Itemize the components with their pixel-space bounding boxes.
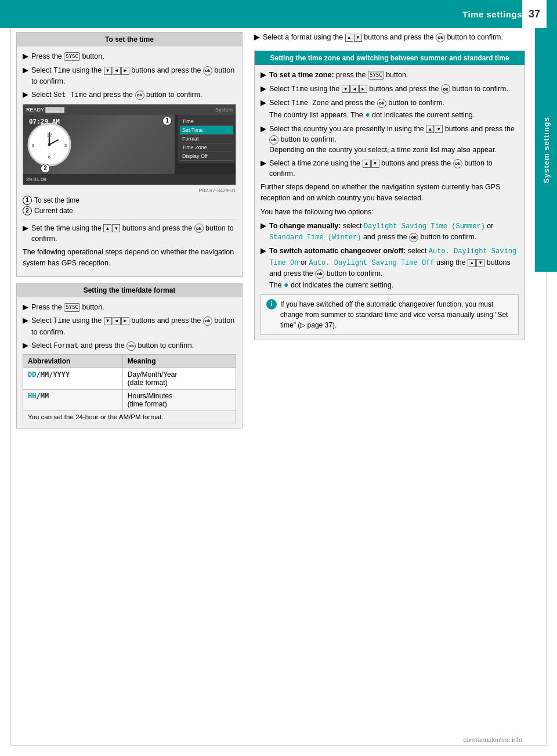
menu-daylight: Daylight Saving Time (Summer) — [364, 222, 485, 231]
sysc-button: SYSC — [368, 71, 384, 80]
further-steps-note: Further steps depend on whether the navi… — [261, 182, 519, 204]
ok-button: ok — [409, 233, 418, 242]
caption-2: 2 Current date — [23, 206, 236, 215]
nav-buttons: ▲ ▼ — [468, 259, 484, 267]
caption-1: 1 To set the time — [23, 196, 236, 205]
abbr-yyyy: YYYY — [53, 370, 70, 379]
menu-auto-off: Auto. Daylight Saving Time Off — [309, 259, 434, 267]
table-row: DD/MM/YYYY Day/Month/Year(date format) — [23, 368, 236, 390]
table-cell-abbr2: HH/MM — [23, 390, 123, 411]
ok-button: ok — [436, 33, 445, 42]
date-bar: 29.01.09 — [23, 174, 236, 185]
bullet-arrow: ▶ — [23, 340, 28, 351]
nav-up: ▲ — [426, 125, 434, 133]
step-text: To set a time zone: press the SYSC butto… — [269, 70, 519, 80]
nav-buttons: ▲ ▼ — [345, 34, 362, 42]
tz-step-2: ▶ Select Time using the ▼ ◄ ► buttons an… — [261, 84, 519, 95]
screenshot-image: READY ▓▓▓▓▓ System 12 3 — [23, 104, 236, 185]
bullet-arrow: ▶ — [261, 158, 266, 169]
timezone-section: Setting the time zone and switching betw… — [254, 51, 525, 340]
nav-right: ► — [121, 317, 129, 325]
nav-down: ▼ — [476, 259, 484, 267]
format-step-3: ▶ Select Format and press the ok button … — [23, 340, 236, 351]
menu-panel: Time Set Time Format Time Zone Display O… — [178, 115, 236, 163]
table-cell-meaning2: Hours/Minutes(time format) — [122, 390, 236, 411]
menu-item-time: Time — [180, 117, 233, 126]
dot-indicator: ● — [284, 280, 288, 289]
ok-button: ok — [377, 99, 386, 108]
timezone-title: Setting the time zone and switching betw… — [255, 51, 525, 65]
nav-down: ▼ — [112, 224, 120, 232]
page-header: Time settings 37 — [0, 0, 557, 28]
nav-buttons: ▼ ◄ ► — [104, 67, 129, 75]
caption-num-2: 2 — [23, 206, 32, 215]
svg-text:9: 9 — [32, 143, 35, 148]
menu-item-format: Format — [53, 342, 78, 350]
table-row: HH/MM Hours/Minutes(time format) — [23, 390, 236, 411]
menu-item-format: Format — [180, 135, 233, 143]
svg-text:3: 3 — [64, 143, 67, 148]
options-intro: You have the following two options: — [261, 207, 519, 218]
nav-up: ▲ — [363, 160, 371, 168]
set-time-content: ▶ Press the SYSC button. ▶ Select Time u… — [17, 46, 242, 276]
tz-step-5: ▶ Select a time zone using the ▲ ▼ butto… — [261, 158, 519, 179]
ok-button: ok — [441, 84, 450, 93]
table-note-row: You can set the 24-hour or the AM/PM for… — [23, 411, 236, 423]
nav-up: ▲ — [468, 259, 476, 267]
nav-buttons: ▲ ▼ — [103, 224, 120, 232]
step-text: Select Time using the ▼ ◄ ► buttons and … — [269, 84, 519, 95]
ok-button: ok — [269, 135, 278, 145]
circle-2: 2 — [41, 164, 50, 173]
menu-item-settime: Set Time — [180, 126, 233, 135]
car-area: 12 3 6 9 — [23, 115, 175, 174]
bullet-arrow: ▶ — [23, 51, 28, 62]
step-text: Set the time using the ▲ ▼ buttons and p… — [31, 223, 236, 244]
step-text: Select a format using the ▲ ▼ buttons an… — [263, 32, 525, 42]
ok-button: ok — [135, 91, 144, 100]
nav-down: ▼ — [435, 125, 443, 133]
option-auto: ▶ To switch automatic changeover on/off:… — [261, 246, 519, 290]
table-cell-abbr1: DD/MM/YYYY — [23, 368, 123, 390]
nav-left: ◄ — [350, 85, 359, 93]
menu-standard: Standard Time (Winter) — [269, 233, 361, 242]
abbr-mm1: MM — [41, 370, 49, 379]
step-text: Press the SYSC button. — [31, 302, 236, 312]
menu-item-timezone: Time Zone — [291, 99, 329, 107]
abbr-dd: DD — [28, 370, 36, 379]
abbreviation-table: Abbreviation Meaning DD/MM/YYYY Day/Mont… — [23, 354, 236, 423]
photo-caption: P82.87-3429-31 — [23, 188, 236, 193]
info-text: If you have switched off the automatic c… — [280, 299, 513, 330]
tz-step-3: ▶ Select Time Zone and press the ok butt… — [261, 98, 519, 121]
option-manual: ▶ To change manually: select Daylight Sa… — [261, 221, 519, 243]
ok-button: ok — [203, 316, 212, 326]
step-text: To switch automatic changeover on/off: s… — [269, 246, 519, 290]
time-format-title: Setting the time/date format — [17, 283, 242, 297]
bullet-arrow: ▶ — [23, 315, 28, 326]
timezone-content: ▶ To set a time zone: press the SYSC but… — [255, 65, 525, 340]
nav-left: ◄ — [113, 67, 121, 75]
bullet-arrow: ▶ — [23, 65, 28, 76]
svg-point-7 — [48, 143, 51, 146]
nav-up: ▲ — [103, 224, 111, 232]
menu-item-time: Time — [291, 85, 308, 93]
info-box: i If you have switched off the automatic… — [261, 294, 519, 335]
sysc-button: SYSC — [64, 303, 80, 312]
info-icon: i — [266, 299, 277, 309]
clock-svg: 12 3 6 9 — [26, 121, 73, 168]
bullet-arrow: ▶ — [23, 223, 28, 234]
clock-area: 12 3 6 9 — [26, 121, 73, 168]
left-column: To set the time ▶ Press the SYSC button.… — [16, 32, 243, 740]
page-border-bottom — [10, 745, 547, 746]
ok-button: ok — [203, 66, 212, 75]
set-time-step-1: ▶ Press the SYSC button. — [23, 51, 236, 62]
step-text: Select Time Zone and press the ok button… — [269, 98, 519, 121]
caption-num-1: 1 — [23, 196, 32, 205]
tz-step-4: ▶ Select the country you are presently i… — [261, 124, 519, 155]
circle-1: 1 — [162, 116, 172, 125]
nav-buttons: ▼ ◄ ► — [342, 85, 367, 93]
nav-right: ► — [359, 85, 367, 93]
step-text: Select Time using the ▼ ◄ ► buttons and … — [31, 315, 236, 337]
time-format-section: Setting the time/date format ▶ Press the… — [16, 283, 243, 429]
divider — [23, 219, 236, 219]
option-label: To switch automatic changeover on/off: — [269, 247, 406, 255]
